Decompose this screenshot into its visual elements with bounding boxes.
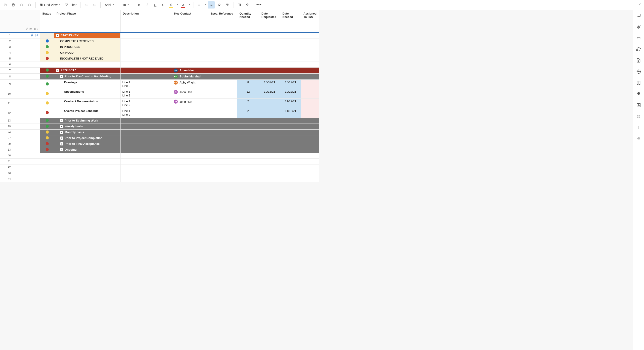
cell[interactable] — [54, 62, 120, 67]
cell[interactable] — [208, 147, 237, 153]
cell[interactable]: 1 — [0, 33, 13, 39]
cell[interactable] — [172, 129, 208, 135]
cell[interactable] — [13, 62, 40, 67]
apps-panel-button[interactable] — [636, 113, 642, 120]
cell[interactable] — [237, 33, 259, 39]
cell[interactable]: 19 — [0, 124, 13, 129]
cell[interactable] — [120, 62, 172, 67]
cell[interactable] — [172, 141, 208, 147]
cell[interactable] — [40, 38, 54, 44]
cell[interactable] — [280, 67, 301, 73]
proofs-panel-button[interactable] — [636, 35, 642, 41]
cell[interactable] — [13, 73, 40, 80]
cell[interactable] — [40, 56, 54, 62]
expand-toggle[interactable]: + — [60, 148, 63, 151]
cell[interactable] — [172, 147, 208, 153]
cell[interactable]: 11/12/21 — [280, 99, 301, 108]
cell[interactable]: 42 — [0, 164, 13, 170]
cell[interactable] — [120, 135, 172, 141]
cell[interactable] — [208, 170, 237, 176]
cell[interactable]: COMPLETE / RECEIVED — [54, 38, 120, 44]
cell[interactable]: 9 — [0, 80, 13, 89]
cell[interactable] — [13, 50, 40, 56]
cell[interactable] — [13, 135, 40, 141]
cell[interactable] — [13, 44, 40, 50]
cell[interactable] — [40, 158, 54, 164]
cell[interactable] — [208, 67, 237, 73]
col-status[interactable]: Status — [40, 10, 54, 33]
cell[interactable] — [301, 141, 319, 147]
col-date-req[interactable]: Date Requested — [259, 10, 280, 33]
cell[interactable] — [280, 38, 301, 44]
cell[interactable]: AHAdam Hart — [172, 67, 208, 73]
cell[interactable] — [40, 135, 54, 141]
col-assigned[interactable]: Assigned To list) — [301, 10, 319, 33]
cell[interactable] — [208, 118, 237, 124]
cell[interactable]: −PROJECT 1 — [54, 67, 120, 73]
cell[interactable]: 41 — [0, 158, 13, 164]
cell[interactable] — [301, 73, 319, 80]
cell[interactable] — [280, 124, 301, 129]
cell[interactable] — [54, 153, 120, 158]
cell[interactable] — [237, 67, 259, 73]
cell[interactable] — [120, 73, 172, 80]
cell[interactable]: 3 — [0, 44, 13, 50]
chart-panel-button[interactable] — [636, 102, 642, 108]
activity-panel-button[interactable] — [636, 69, 642, 75]
clear-format-button[interactable] — [216, 1, 223, 9]
cell[interactable] — [40, 164, 54, 170]
cell[interactable] — [259, 147, 280, 153]
cell[interactable]: 33 — [0, 147, 13, 153]
cell[interactable] — [259, 129, 280, 135]
cell[interactable] — [120, 141, 172, 147]
cell[interactable] — [172, 108, 208, 118]
cell[interactable] — [208, 33, 237, 39]
cell[interactable] — [301, 170, 319, 176]
cell[interactable] — [237, 124, 259, 129]
cell[interactable] — [237, 62, 259, 67]
expand-toggle[interactable]: + — [60, 137, 63, 140]
cell[interactable] — [13, 141, 40, 147]
cell[interactable] — [280, 158, 301, 164]
cell[interactable] — [301, 56, 319, 62]
cell[interactable] — [40, 141, 54, 147]
cell[interactable]: 43 — [0, 170, 13, 176]
cell[interactable] — [237, 158, 259, 164]
cell[interactable] — [40, 50, 54, 56]
cell[interactable] — [208, 44, 237, 50]
cell[interactable]: 10 — [0, 89, 13, 99]
fill-color-caret[interactable]: ▼ — [176, 1, 179, 9]
align-caret[interactable]: ▼ — [204, 1, 207, 9]
cell[interactable] — [259, 67, 280, 73]
cell[interactable] — [280, 44, 301, 50]
cell[interactable] — [237, 153, 259, 158]
cell[interactable]: 2 — [237, 99, 259, 108]
export-panel-button[interactable] — [636, 57, 642, 64]
comments-panel-button[interactable] — [636, 13, 642, 19]
bold-button[interactable]: B — [136, 1, 143, 9]
cell[interactable] — [54, 158, 120, 164]
cell[interactable]: 4 — [0, 50, 13, 56]
cell[interactable] — [237, 118, 259, 124]
more-button[interactable]: ••• — [256, 1, 263, 9]
cell[interactable]: AWAbby Wright — [172, 80, 208, 89]
cell[interactable]: +Prior to Final Acceptance — [54, 141, 120, 147]
cell[interactable] — [40, 147, 54, 153]
view-dropdown[interactable]: Grid View ▼ — [38, 1, 62, 9]
cell[interactable] — [259, 73, 280, 80]
cell[interactable] — [259, 164, 280, 170]
cell[interactable] — [40, 62, 54, 67]
cell[interactable] — [13, 33, 40, 39]
cell[interactable] — [301, 124, 319, 129]
font-size-dropdown[interactable]: 10 ▼ — [120, 1, 131, 9]
cell[interactable] — [208, 73, 237, 80]
save-button[interactable] — [2, 1, 9, 9]
cell[interactable]: Contract Documentation — [54, 99, 120, 108]
summary-panel-button[interactable] — [636, 80, 642, 86]
cell[interactable]: ON HOLD — [54, 50, 120, 56]
col-contact[interactable]: Key Contact — [172, 10, 208, 33]
cell[interactable]: Line 1Line 2 — [120, 89, 172, 99]
cell[interactable]: 2 — [0, 38, 13, 44]
cell[interactable] — [172, 124, 208, 129]
cell[interactable] — [301, 176, 319, 182]
